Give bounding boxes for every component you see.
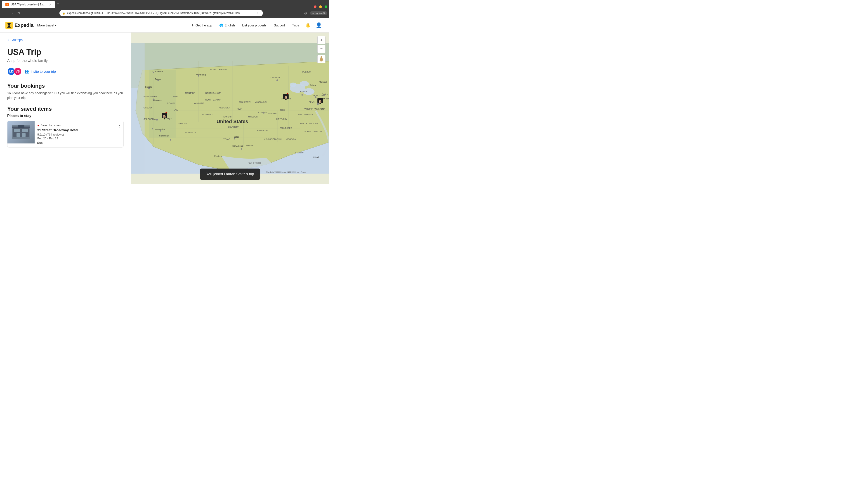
svg-text:Washington: Washington <box>314 108 325 110</box>
member-avatars: LD VS <box>7 67 22 75</box>
notifications-button[interactable]: 🔔 <box>304 21 312 30</box>
bookmark-button[interactable]: ☆ <box>255 10 260 16</box>
map-area: Edmonton Calgary Winnipeg Seattle WASHIN… <box>131 33 329 184</box>
svg-text:Gulf of Mexico: Gulf of Mexico <box>248 162 261 164</box>
property-info: ♥ Saved by Lauren 31 Street Broadway Hot… <box>35 121 123 147</box>
svg-text:OHIO: OHIO <box>280 109 285 111</box>
tab-close-btn[interactable]: ✕ <box>49 3 52 6</box>
window-close-btn[interactable] <box>314 5 316 8</box>
invite-icon: 👥 <box>24 69 29 74</box>
svg-text:WISCONSIN: WISCONSIN <box>255 101 267 103</box>
forward-button[interactable]: → <box>9 10 14 16</box>
trip-members-row: LD VS 👥 Invite to your trip <box>7 67 124 75</box>
more-travel-label: More travel <box>37 23 54 27</box>
svg-text:MISSOURI: MISSOURI <box>248 116 258 118</box>
svg-text:GEORGIA: GEORGIA <box>286 138 296 140</box>
avatar-vs: VS <box>13 67 22 75</box>
svg-point-46 <box>317 103 319 105</box>
svg-rect-33 <box>131 43 145 173</box>
svg-text:PENN: PENN <box>309 101 314 103</box>
tab-favicon: E <box>5 3 9 6</box>
property-price: $48 <box>37 141 121 144</box>
svg-text:Los Angeles: Los Angeles <box>154 128 165 130</box>
svg-text:OKLAHOMA: OKLAHOMA <box>228 126 239 128</box>
window-max-btn[interactable] <box>324 5 327 8</box>
back-button[interactable]: ← <box>2 10 7 16</box>
svg-text:United States: United States <box>217 119 248 124</box>
svg-text:🏨: 🏨 <box>284 96 287 99</box>
svg-text:NEW MEXICO: NEW MEXICO <box>185 131 198 134</box>
zoom-out-button[interactable]: − <box>317 45 326 53</box>
new-tab-button[interactable]: + <box>55 0 61 8</box>
chevron-down-icon: ▾ <box>55 23 57 27</box>
reload-button[interactable]: ↻ <box>16 10 21 16</box>
trips-button[interactable]: Trips <box>289 22 302 29</box>
svg-text:NEVADA: NEVADA <box>167 102 175 104</box>
main-content: ← All trips USA Trip A trip for the whol… <box>0 33 329 184</box>
user-account-button[interactable]: 👤 <box>314 21 324 30</box>
svg-text:WASHINGTON: WASHINGTON <box>144 95 157 98</box>
svg-text:Winnipeg: Winnipeg <box>196 73 206 76</box>
svg-point-50 <box>276 79 278 81</box>
saved-by-text: Saved by Lauren <box>40 124 61 127</box>
invite-to-trip-button[interactable]: 👥 Invite to your trip <box>24 69 56 74</box>
svg-text:Toronto: Toronto <box>300 90 307 93</box>
svg-text:INDIANA: INDIANA <box>268 112 276 115</box>
svg-point-41 <box>160 130 161 132</box>
property-card[interactable]: ♥ Saved by Lauren 31 Street Broadway Hot… <box>7 121 124 148</box>
svg-text:OREGON: OREGON <box>144 107 153 109</box>
places-category: Places to stay <box>7 114 124 118</box>
toast-text: You joined Lauren Smith's trip <box>206 172 254 176</box>
svg-text:Edmonton: Edmonton <box>153 70 163 72</box>
language-button[interactable]: 🌐 English <box>217 22 238 29</box>
user-icon: 👤 <box>316 22 322 28</box>
address-bar[interactable]: 🔒 expedia.com/trips/egti-0RO-JET-TPJX?in… <box>59 10 263 16</box>
svg-text:Montreal: Montreal <box>319 81 327 83</box>
svg-text:ARIZONA: ARIZONA <box>178 123 187 125</box>
incognito-badge[interactable]: Incognito (3) <box>310 11 327 15</box>
map-controls: + − <box>317 36 326 63</box>
svg-text:KENTUCKY: KENTUCKY <box>276 118 287 120</box>
svg-text:ARKANSAS: ARKANSAS <box>257 129 268 131</box>
more-travel-button[interactable]: More travel ▾ <box>37 23 57 27</box>
list-property-label: List your property <box>242 24 267 27</box>
svg-text:Boston: Boston <box>322 93 328 95</box>
back-label: All trips <box>12 38 23 42</box>
svg-text:NORTH CAROLINA: NORTH CAROLINA <box>300 123 318 125</box>
svg-text:NORTH DAKOTA: NORTH DAKOTA <box>206 92 221 94</box>
svg-text:San Antonio: San Antonio <box>232 145 243 147</box>
invite-label: Invite to your trip <box>31 70 56 73</box>
svg-text:Seattle: Seattle <box>145 86 152 88</box>
svg-text:TENNESSEE: TENNESSEE <box>280 127 292 129</box>
property-rating: 5.2/10 (764 reviews) <box>37 133 121 136</box>
svg-text:🏨: 🏨 <box>163 115 166 118</box>
list-property-button[interactable]: List your property <box>239 22 269 29</box>
get-app-button[interactable]: ⬇ Get the app <box>189 22 215 29</box>
globe-icon: 🌐 <box>219 24 223 27</box>
extensions-button[interactable]: ⚙ <box>303 10 308 16</box>
svg-text:COLORADO: COLORADO <box>201 113 213 116</box>
svg-point-39 <box>156 119 158 121</box>
lock-icon: 🔒 <box>62 12 65 15</box>
support-button[interactable]: Support <box>271 22 287 29</box>
active-tab[interactable]: E USA Trip trip overview | Expedia ✕ <box>2 1 55 8</box>
svg-text:Map Data ©2024 Google, INEGI |: Map Data ©2024 Google, INEGI | 500 km | … <box>266 171 306 173</box>
all-trips-link[interactable]: ← All trips <box>7 38 124 42</box>
svg-text:Francisco: Francisco <box>153 99 162 102</box>
svg-point-42 <box>170 139 171 140</box>
window-min-btn[interactable] <box>319 5 322 8</box>
street-view-button[interactable] <box>317 55 326 63</box>
expedia-logo[interactable]: Expedia <box>5 22 33 29</box>
svg-text:IDAHO: IDAHO <box>173 95 179 98</box>
svg-text:Houston: Houston <box>246 144 253 147</box>
trips-label: Trips <box>292 24 299 27</box>
map-svg: Edmonton Calgary Winnipeg Seattle WASHIN… <box>131 33 329 184</box>
zoom-in-button[interactable]: + <box>317 36 326 44</box>
card-menu-button[interactable]: ⋮ <box>117 123 122 128</box>
svg-text:CALIFORNIA: CALIFORNIA <box>144 118 156 120</box>
property-image <box>7 121 35 143</box>
svg-text:♥: ♥ <box>287 92 288 95</box>
address-bar-row: ← → ↻ 🔒 expedia.com/trips/egti-0RO-JET-T… <box>0 8 329 18</box>
svg-text:UTAH: UTAH <box>174 109 179 111</box>
bookings-title: Your bookings <box>7 83 124 89</box>
